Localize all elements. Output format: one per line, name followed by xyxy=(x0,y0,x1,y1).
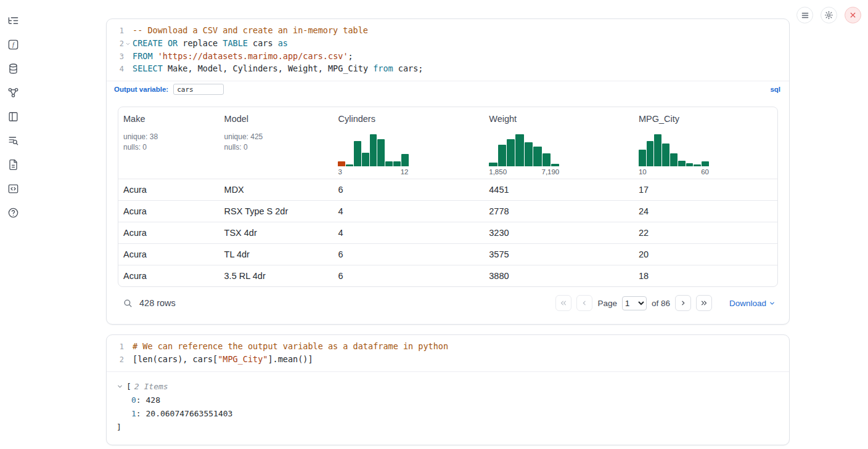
documentation-icon[interactable] xyxy=(6,158,20,171)
column-name: Make xyxy=(123,114,215,124)
table-cell: 22 xyxy=(634,222,777,243)
page-total: of 86 xyxy=(652,299,670,308)
logs-icon[interactable] xyxy=(6,134,20,147)
download-button[interactable]: Download xyxy=(729,299,776,308)
histogram-bar xyxy=(338,161,345,166)
sql-editor[interactable]: 1-- Download a CSV and create an in-memo… xyxy=(107,19,789,81)
column-histogram[interactable]: 1060 xyxy=(639,134,772,176)
histogram-bars xyxy=(639,134,709,166)
histogram-bar xyxy=(542,153,551,166)
search-icon[interactable] xyxy=(123,298,133,309)
table-row[interactable]: AcuraMDX6445117 xyxy=(118,179,777,200)
column-header-model[interactable]: Modelunique: 425nulls: 0 xyxy=(219,113,334,176)
code-line[interactable]: 1# We can reference the output variable … xyxy=(107,341,789,354)
table-cell: 3880 xyxy=(484,265,634,286)
column-name: MPG_City xyxy=(639,114,772,124)
code-line[interactable]: 2CREATE OR replace TABLE cars as xyxy=(107,38,789,51)
table-body: AcuraMDX6445117AcuraRSX Type S 2dr427782… xyxy=(118,179,777,286)
histogram-bar xyxy=(385,161,393,166)
table-row[interactable]: AcuraTL 4dr6357520 xyxy=(118,243,777,265)
histogram-axis: 1,8507,190 xyxy=(489,168,559,176)
table-row[interactable]: AcuraRSX Type S 2dr4277824 xyxy=(118,200,777,222)
table-cell: 6 xyxy=(333,179,484,200)
file-tree-icon[interactable] xyxy=(6,14,20,27)
table-cell: Acura xyxy=(118,222,219,243)
fold-chevron-icon[interactable] xyxy=(124,38,132,51)
code-line[interactable]: 3FROM 'https://datasets.marimo.app/cars.… xyxy=(107,51,789,63)
fold-spacer xyxy=(124,25,132,38)
table-header: Makeunique: 38nulls: 0Modelunique: 425nu… xyxy=(118,107,777,179)
histogram-bar xyxy=(533,147,541,166)
page-label: Page xyxy=(597,299,617,308)
column-header-make[interactable]: Makeunique: 38nulls: 0 xyxy=(118,113,219,176)
table-cell: Acura xyxy=(118,201,219,222)
histogram-bar xyxy=(489,163,497,166)
hist-max-label: 12 xyxy=(401,168,409,176)
chevron-down-icon xyxy=(769,300,776,307)
column-header-cylinders[interactable]: Cylinders312 xyxy=(333,113,484,176)
code-text: CREATE OR replace TABLE cars as xyxy=(132,38,288,51)
histogram-bar xyxy=(654,134,661,166)
menu-button[interactable] xyxy=(796,7,813,23)
column-histogram[interactable]: 312 xyxy=(338,134,479,176)
sql-cell: 1-- Download a CSV and create an in-memo… xyxy=(106,18,790,325)
histogram-bar xyxy=(639,150,646,166)
tree-entry-key: 1 xyxy=(131,409,136,418)
last-page-button[interactable] xyxy=(696,295,712,311)
histogram-bar xyxy=(647,141,654,167)
hist-min-label: 1,850 xyxy=(489,168,507,176)
histogram-bar xyxy=(670,153,678,166)
svg-text:f: f xyxy=(12,41,15,48)
output-variable-input[interactable] xyxy=(173,84,224,95)
column-header-mpg_city[interactable]: MPG_City1060 xyxy=(634,113,777,176)
page-select[interactable]: 1 xyxy=(622,296,647,310)
panels-icon[interactable] xyxy=(6,110,20,123)
code-line[interactable]: 2[len(cars), cars["MPG_City"].mean()] xyxy=(107,354,789,366)
table-cell: 6 xyxy=(333,265,484,286)
datasources-icon[interactable] xyxy=(6,62,20,75)
hist-min-label: 3 xyxy=(338,168,342,176)
chevrons-right-icon xyxy=(700,299,708,307)
line-number: 1 xyxy=(107,341,124,354)
next-page-button[interactable] xyxy=(675,295,691,311)
help-icon[interactable] xyxy=(6,206,20,219)
fold-spacer xyxy=(124,354,132,366)
table-cell: 18 xyxy=(634,265,777,286)
table-cell: Acura xyxy=(118,244,219,265)
gear-icon xyxy=(824,10,833,20)
scratchpad-icon[interactable]: f xyxy=(6,38,20,51)
close-bracket: ] xyxy=(117,421,779,434)
tree-entry: 0: 428 xyxy=(117,394,779,407)
table-cell: RSX Type S 2dr xyxy=(219,201,334,222)
tree-entry-value: 428 xyxy=(145,395,160,405)
python-editor[interactable]: 1# We can reference the output variable … xyxy=(107,335,789,371)
prev-page-button[interactable] xyxy=(576,295,592,311)
fold-spacer xyxy=(124,51,132,63)
line-number: 4 xyxy=(107,63,124,76)
table-row[interactable]: AcuraTSX 4dr4323022 xyxy=(118,222,777,243)
settings-button[interactable] xyxy=(821,7,837,23)
column-histogram[interactable]: 1,8507,190 xyxy=(489,134,629,176)
pagination: Page 1 of 86 xyxy=(555,295,712,311)
notebook: 1-- Download a CSV and create an in-memo… xyxy=(106,18,790,445)
code-line[interactable]: 4SELECT Make, Model, Cylinders, Weight, … xyxy=(107,63,789,76)
table-cell: 24 xyxy=(634,201,777,222)
collapse-chevron-icon[interactable] xyxy=(117,383,123,390)
dependencies-icon[interactable] xyxy=(6,86,20,99)
table-row[interactable]: Acura3.5 RL 4dr6388018 xyxy=(118,265,777,286)
histogram-bar xyxy=(702,161,709,166)
close-button[interactable] xyxy=(845,7,861,23)
line-number: 2 xyxy=(107,38,124,51)
histogram-axis: 1060 xyxy=(639,168,709,176)
column-stats: unique: 38nulls: 0 xyxy=(123,132,215,152)
column-header-weight[interactable]: Weight1,8507,190 xyxy=(484,113,634,176)
histogram-bar xyxy=(346,164,353,166)
language-badge: sql xyxy=(770,86,780,93)
line-number: 3 xyxy=(107,51,124,63)
output-tree: [ 2 Items 0: 4281: 20.060747663551403 ] xyxy=(107,372,789,445)
code-text: # We can reference the output variable a… xyxy=(132,341,448,354)
snippets-icon[interactable] xyxy=(6,182,20,195)
first-page-button[interactable] xyxy=(555,295,571,311)
code-line[interactable]: 1-- Download a CSV and create an in-memo… xyxy=(107,25,789,38)
hist-min-label: 10 xyxy=(639,168,647,176)
